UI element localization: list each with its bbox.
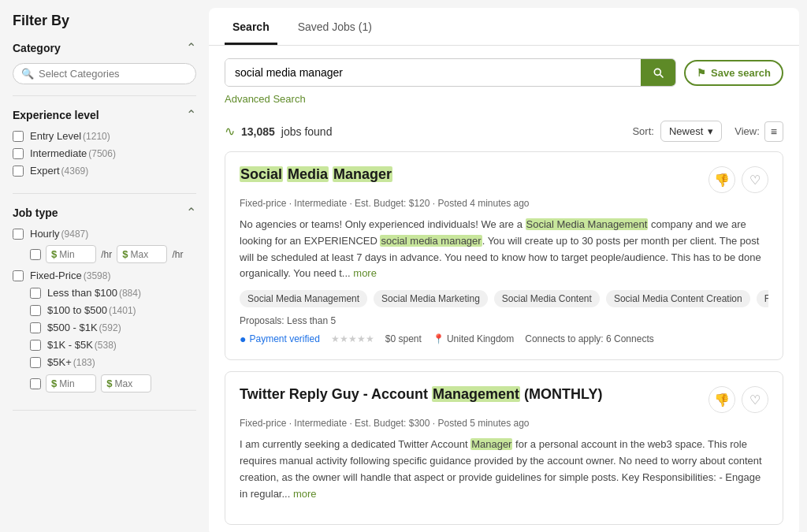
job-card-2: Twitter Reply Guy - Account Management (… (225, 371, 783, 525)
category-search-input[interactable] (39, 68, 157, 80)
hourly-price-range: $ /hr $ /hr (30, 245, 196, 263)
fixed-max-dollar: $ (106, 378, 112, 389)
view-list-icon[interactable]: ≡ (764, 121, 783, 142)
category-header[interactable]: Category ⌃ (13, 40, 196, 55)
sort-select[interactable]: Newest ▾ (660, 121, 722, 142)
experience-expert-item: Expert (4369) (13, 165, 196, 177)
view-wrap: View: ≡ (734, 121, 783, 142)
sidebar: Filter By Category ⌃ 🔍 Experience level … (0, 0, 209, 532)
job-card-2-header: Twitter Reply Guy - Account Management (… (240, 386, 768, 413)
hourly-min-suffix: /hr (101, 249, 112, 260)
fixed-1k-5k-label: $1K - $5K (47, 339, 93, 351)
search-bar-row: ⚑ Save search (225, 58, 783, 87)
view-label: View: (734, 125, 760, 137)
category-search-icon: 🔍 (21, 68, 34, 80)
hourly-max-wrap: $ (117, 245, 167, 263)
hourly-max-input[interactable] (130, 249, 162, 260)
fixed-max-input[interactable] (114, 378, 146, 389)
search-input[interactable] (225, 59, 641, 86)
job-title-2[interactable]: Twitter Reply Guy - Account Management (… (240, 386, 602, 403)
job-desc-1-more[interactable]: more (353, 267, 377, 279)
job-desc-1: No agencies or teams! Only experienced i… (240, 217, 768, 282)
experience-expert-label: Expert (30, 165, 60, 177)
tab-search[interactable]: Search (225, 8, 277, 45)
tabs-bar: Search Saved Jobs (1) (209, 8, 799, 46)
save-job-button-2[interactable]: ♡ (742, 386, 768, 413)
jobtype-chevron-icon: ⌃ (186, 205, 196, 220)
search-area: ⚑ Save search Advanced Search (209, 46, 799, 111)
hourly-max-suffix: /hr (172, 249, 183, 260)
hourly-min-dollar: $ (51, 248, 57, 260)
fixed-500-1k-count: (592) (99, 322, 121, 333)
job-title-1[interactable]: Social Media Manager (240, 166, 392, 183)
fixed-100-500-item: $100 to $500 (1401) (30, 304, 196, 316)
jobtype-hourly-count: (9487) (61, 229, 89, 240)
title-highlight-social: Social (240, 166, 283, 182)
hourly-min-checkbox[interactable] (30, 249, 41, 260)
jobs-list: Social Media Manager 👎 ♡ Fixed-price · I… (209, 151, 799, 525)
fixed-100-500-label: $100 to $500 (47, 304, 107, 316)
title-highlight-management: Management (432, 386, 520, 402)
sort-label: Sort: (632, 125, 653, 137)
spent-1: $0 spent (385, 333, 422, 344)
jobtype-label: Job type (13, 206, 58, 219)
category-chevron-icon: ⌃ (186, 40, 196, 55)
rating-stars-1: ★★★★★ (331, 333, 374, 344)
payment-verified-label-1: Payment verified (249, 333, 319, 344)
fixed-lt100-checkbox[interactable] (30, 288, 41, 299)
jobtype-hourly-checkbox[interactable] (13, 229, 24, 240)
location-text-1: United Kingdom (447, 333, 514, 344)
jobtype-fixed-checkbox[interactable] (13, 270, 24, 281)
fixed-1k-5k-count: (538) (95, 340, 117, 351)
save-search-button[interactable]: ⚑ Save search (684, 60, 783, 86)
job-card-1-header: Social Media Manager 👎 ♡ (240, 166, 768, 193)
jobs-count: 13,085 (241, 125, 275, 138)
tag-1-1[interactable]: Social Media Marketing (374, 290, 488, 307)
jobs-found-label: jobs found (281, 125, 333, 138)
job-desc-2-more[interactable]: more (293, 488, 317, 500)
experience-intermediate-item: Intermediate (7506) (13, 147, 196, 159)
save-search-label: Save search (711, 67, 771, 79)
tag-1-0[interactable]: Social Media Management (240, 290, 367, 307)
jobtype-hourly-label: Hourly (30, 228, 60, 240)
job-card-1-actions: 👎 ♡ (708, 166, 768, 193)
tag-1-3[interactable]: Social Media Content Creation (606, 290, 750, 307)
experience-header[interactable]: Experience level ⌃ (13, 107, 196, 122)
fixed-lt100-label: Less than $100 (47, 287, 117, 299)
fixed-min-dollar: $ (51, 378, 57, 389)
results-header: ∿ 13,085 jobs found Sort: Newest ▾ View:… (209, 111, 799, 151)
fixed-100-500-checkbox[interactable] (30, 305, 41, 316)
fixed-min-input[interactable] (59, 378, 91, 389)
fixed-lt100-item: Less than $100 (884) (30, 287, 196, 299)
fixed-5kplus-checkbox[interactable] (30, 357, 41, 368)
tab-saved-jobs[interactable]: Saved Jobs (1) (290, 8, 380, 45)
experience-expert-checkbox[interactable] (13, 166, 24, 177)
location-1: 📍 United Kingdom (433, 333, 514, 344)
experience-entry-count: (1210) (83, 131, 110, 142)
fixed-max-wrap: $ (101, 374, 151, 392)
fixed-5kplus-item: $5K+ (183) (30, 356, 196, 368)
fixed-price-min-checkbox[interactable] (30, 378, 41, 389)
hourly-min-input[interactable] (59, 249, 91, 260)
fixed-price-options: Less than $100 (884) $100 to $500 (1401)… (30, 287, 196, 392)
job-card-1: Social Media Manager 👎 ♡ Fixed-price · I… (225, 151, 783, 360)
fixed-500-1k-checkbox[interactable] (30, 322, 41, 333)
experience-intermediate-checkbox[interactable] (13, 148, 24, 159)
tag-1-4[interactable]: Facebook / (757, 290, 768, 307)
fixed-1k-5k-checkbox[interactable] (30, 340, 41, 351)
experience-intermediate-label: Intermediate (30, 147, 87, 159)
fixed-1k-5k-item: $1K - $5K (538) (30, 339, 196, 351)
experience-intermediate-count: (7506) (88, 148, 116, 159)
tag-1-2[interactable]: Social Media Content (494, 290, 600, 307)
search-button[interactable] (641, 59, 675, 86)
job-footer-1: ● Payment verified ★★★★★ $0 spent 📍 Unit… (240, 333, 768, 345)
search-icon (652, 66, 664, 79)
dislike-button-2[interactable]: 👎 (708, 386, 735, 413)
job-tags-1: Social Media Management Social Media Mar… (240, 290, 768, 307)
experience-entry-item: Entry Level (1210) (13, 130, 196, 142)
dislike-button-1[interactable]: 👎 (708, 166, 735, 193)
jobtype-header[interactable]: Job type ⌃ (13, 205, 196, 220)
save-job-button-1[interactable]: ♡ (742, 166, 768, 193)
advanced-search-link[interactable]: Advanced Search (225, 93, 783, 105)
experience-entry-checkbox[interactable] (13, 131, 24, 142)
